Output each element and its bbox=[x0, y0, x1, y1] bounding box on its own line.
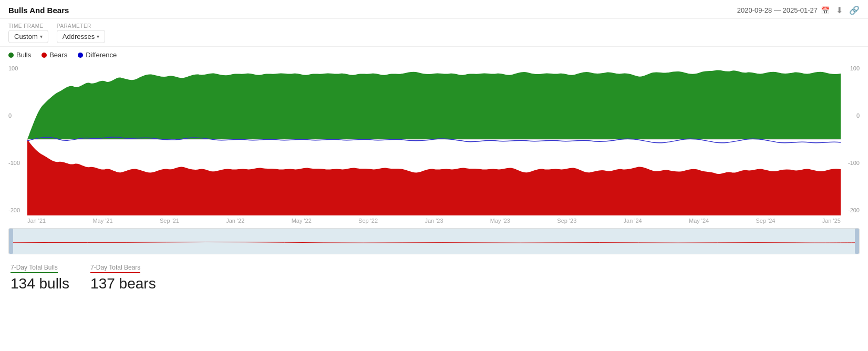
x-axis: Jan '21 May '21 Sep '21 Jan '22 May '22 … bbox=[8, 215, 860, 226]
download-icon[interactable]: ⬇ bbox=[836, 5, 843, 15]
parameter-value: Addresses bbox=[63, 33, 95, 40]
legend-bears: Bears bbox=[42, 51, 67, 59]
bears-area bbox=[27, 139, 841, 215]
x-label-3: Jan '22 bbox=[226, 218, 244, 224]
date-range: 2020-09-28 — 2025-01-27 📅 bbox=[737, 6, 830, 15]
legend-bulls: Bulls bbox=[8, 51, 31, 59]
timeframe-arrow: ▾ bbox=[40, 34, 43, 39]
x-label-4: May '22 bbox=[292, 218, 312, 224]
y-label-neg100-right: -100 bbox=[841, 160, 860, 166]
parameter-arrow: ▾ bbox=[97, 34, 99, 39]
x-label-5: Sep '22 bbox=[358, 218, 378, 224]
y-axis-left: 100 0 -100 -200 bbox=[8, 63, 27, 215]
stat-bulls-label: 7-Day Total Bulls bbox=[11, 264, 69, 273]
stat-bulls-value: 134 bulls bbox=[11, 275, 69, 292]
x-label-12: Jan '25 bbox=[822, 218, 841, 224]
header-actions: 2020-09-28 — 2025-01-27 📅 ⬇ 🔗 bbox=[737, 5, 860, 15]
main-chart-svg bbox=[27, 63, 841, 215]
x-label-11: Sep '24 bbox=[756, 218, 775, 224]
bulls-area bbox=[27, 70, 841, 139]
y-label-neg100-left: -100 bbox=[8, 160, 27, 166]
parameter-dropdown[interactable]: Addresses ▾ bbox=[57, 30, 105, 43]
x-label-1: May '21 bbox=[92, 218, 112, 224]
minimap-container[interactable] bbox=[8, 228, 860, 254]
parameter-control: PARAMETER Addresses ▾ bbox=[57, 23, 105, 43]
minimap-svg bbox=[9, 229, 859, 254]
timeframe-value: Custom bbox=[14, 33, 38, 40]
calendar-icon[interactable]: 📅 bbox=[821, 6, 830, 15]
x-label-8: Sep '23 bbox=[557, 218, 576, 224]
difference-dot bbox=[78, 53, 83, 58]
bulls-label: Bulls bbox=[16, 51, 31, 59]
timeframe-dropdown[interactable]: Custom ▾ bbox=[8, 30, 48, 43]
bulls-dot bbox=[8, 53, 14, 58]
x-label-2: Sep '21 bbox=[160, 218, 179, 224]
y-label-100-right: 100 bbox=[841, 65, 860, 71]
minimap-handle-right[interactable] bbox=[855, 229, 859, 254]
svg-rect-2 bbox=[9, 229, 859, 254]
y-axis-right: 100 0 -100 -200 bbox=[841, 63, 860, 215]
link-icon[interactable]: 🔗 bbox=[849, 5, 860, 15]
bears-dot bbox=[42, 53, 47, 58]
x-label-10: May '24 bbox=[689, 218, 709, 224]
stats-section: 7-Day Total Bulls 134 bulls 7-Day Total … bbox=[0, 256, 868, 297]
minimap-handle-left[interactable] bbox=[9, 229, 13, 254]
chart-svg-area bbox=[27, 63, 841, 215]
page-title: Bulls And Bears bbox=[8, 6, 69, 15]
y-label-0-right: 0 bbox=[841, 112, 860, 119]
header: Bulls And Bears 2020-09-28 — 2025-01-27 … bbox=[0, 0, 868, 19]
stat-bears-label-text: 7-Day Total Bears bbox=[90, 264, 140, 273]
difference-label: Difference bbox=[86, 51, 117, 59]
y-label-neg200-right: -200 bbox=[841, 207, 860, 213]
chart-legend: Bulls Bears Difference bbox=[0, 47, 868, 63]
bears-label: Bears bbox=[49, 51, 67, 59]
timeframe-label: TIME FRAME bbox=[8, 23, 48, 29]
y-label-100-left: 100 bbox=[8, 65, 27, 71]
parameter-label: PARAMETER bbox=[57, 23, 105, 29]
x-label-6: Jan '23 bbox=[425, 218, 443, 224]
controls-bar: TIME FRAME Custom ▾ PARAMETER Addresses … bbox=[0, 19, 868, 47]
x-label-0: Jan '21 bbox=[27, 218, 46, 224]
main-chart-container: 100 0 -100 -200 100 bbox=[8, 63, 860, 215]
stat-bears-value: 137 bears bbox=[90, 275, 156, 292]
timeframe-control: TIME FRAME Custom ▾ bbox=[8, 23, 48, 43]
x-label-7: May '23 bbox=[490, 218, 510, 224]
stat-bears-label: 7-Day Total Bears bbox=[90, 264, 156, 273]
legend-difference: Difference bbox=[78, 51, 117, 59]
x-label-9: Jan '24 bbox=[624, 218, 642, 224]
stat-bulls: 7-Day Total Bulls 134 bulls bbox=[11, 264, 69, 292]
y-label-0-left: 0 bbox=[8, 112, 27, 119]
stat-bears: 7-Day Total Bears 137 bears bbox=[90, 264, 156, 292]
date-range-text: 2020-09-28 — 2025-01-27 bbox=[737, 6, 818, 14]
y-label-neg200-left: -200 bbox=[8, 207, 27, 213]
stat-bulls-label-text: 7-Day Total Bulls bbox=[11, 264, 58, 273]
